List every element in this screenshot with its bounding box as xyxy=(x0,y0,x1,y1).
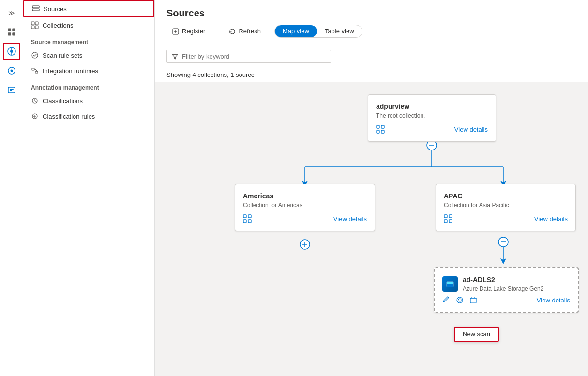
svg-rect-51 xyxy=(444,215,447,218)
svg-rect-17 xyxy=(35,22,38,25)
adls2-icon xyxy=(445,279,455,289)
sources-label: Sources xyxy=(44,5,67,13)
svg-rect-22 xyxy=(35,71,38,73)
apac-card: APAC Collection for Asia Pacific View de… xyxy=(436,184,576,231)
collection-count: Showing 4 collections, 1 source xyxy=(155,69,588,82)
icon-rail: ≫ xyxy=(0,0,23,376)
classification-rules-label: Classification rules xyxy=(43,113,95,120)
sidebar-item-scan-rule-sets[interactable]: Scan rule sets xyxy=(23,47,154,63)
svg-rect-57 xyxy=(447,284,453,287)
refresh-button[interactable]: Refresh xyxy=(223,25,267,38)
svg-rect-43 xyxy=(377,125,379,128)
svg-point-10 xyxy=(10,70,13,72)
new-scan-popup[interactable]: New scan xyxy=(454,327,499,342)
scan-rule-sets-icon xyxy=(31,51,39,59)
svg-point-36 xyxy=(427,140,437,150)
svg-rect-53 xyxy=(444,220,447,223)
root-card-footer: View details xyxy=(376,125,488,134)
filter-icon xyxy=(172,53,178,60)
svg-rect-14 xyxy=(32,6,39,8)
svg-rect-2 xyxy=(12,29,15,31)
svg-rect-13 xyxy=(10,90,12,91)
source-card-subtitle: Azure Data Lake Storage Gen2 xyxy=(463,286,543,292)
apac-card-grid-icon xyxy=(444,214,452,223)
management-nav-icon[interactable] xyxy=(3,81,20,99)
americas-card-footer: View details xyxy=(243,214,367,223)
svg-rect-4 xyxy=(12,32,15,35)
root-card-subtitle: The root collection. xyxy=(376,112,488,119)
svg-rect-12 xyxy=(10,89,14,90)
apac-card-title: APAC xyxy=(444,192,568,200)
svg-rect-11 xyxy=(8,87,15,93)
source-management-section: Source management xyxy=(23,33,154,47)
root-card-grid-icon xyxy=(376,125,385,134)
svg-rect-47 xyxy=(243,215,246,218)
svg-text:≫: ≫ xyxy=(8,10,15,16)
collections-icon xyxy=(31,21,39,29)
sidebar-item-collections[interactable]: Collections xyxy=(23,17,154,33)
integration-runtimes-icon xyxy=(31,67,39,75)
filter-input[interactable] xyxy=(182,53,326,60)
sidebar-item-integration-runtimes[interactable]: Integration runtimes xyxy=(23,63,154,78)
register-button[interactable]: Register xyxy=(166,25,211,38)
home-nav-icon[interactable] xyxy=(3,23,20,41)
expand-collapse-btn[interactable]: ≫ xyxy=(3,4,20,21)
source-view-details-link[interactable]: View details xyxy=(537,297,570,304)
register-icon xyxy=(172,28,179,35)
svg-point-41 xyxy=(498,237,508,247)
sources-icon xyxy=(32,5,40,13)
classification-rules-icon xyxy=(31,112,39,120)
edit-icon[interactable] xyxy=(442,296,450,304)
sidebar-item-classifications[interactable]: Classifications xyxy=(23,93,154,108)
refresh-icon xyxy=(229,28,236,35)
svg-rect-16 xyxy=(31,22,34,25)
classifications-icon xyxy=(31,97,39,105)
view-toggle: Map view Table view xyxy=(274,25,362,38)
svg-rect-48 xyxy=(248,215,251,218)
root-card: adpurview The root collection. View deta… xyxy=(368,94,496,142)
americas-card: Americas Collection for Americas View de… xyxy=(235,184,375,231)
insights-nav-icon[interactable] xyxy=(3,62,20,79)
svg-point-58 xyxy=(457,297,463,303)
collections-label: Collections xyxy=(43,22,74,29)
svg-rect-1 xyxy=(8,29,11,31)
source-card-footer: View details xyxy=(442,296,570,304)
integration-runtimes-label: Integration runtimes xyxy=(43,67,98,75)
svg-rect-15 xyxy=(32,9,39,11)
classifications-label: Classifications xyxy=(43,97,83,105)
map-view-button[interactable]: Map view xyxy=(275,25,317,37)
root-view-details-link[interactable]: View details xyxy=(454,126,488,133)
root-card-title: adpurview xyxy=(376,103,488,110)
sidebar-item-sources[interactable]: Sources xyxy=(23,0,154,17)
svg-rect-59 xyxy=(470,298,476,303)
americas-view-details-link[interactable]: View details xyxy=(333,215,367,223)
apac-card-subtitle: Collection for Asia Pacific xyxy=(444,202,568,209)
americas-card-grid-icon xyxy=(243,214,252,223)
americas-card-subtitle: Collection for Americas xyxy=(243,202,367,209)
scan-rule-sets-label: Scan rule sets xyxy=(43,52,82,59)
toolbar: Register Refresh Map view Table view xyxy=(166,25,576,44)
svg-point-20 xyxy=(32,52,38,58)
scan-icon[interactable] xyxy=(456,296,464,304)
svg-rect-46 xyxy=(381,130,384,133)
apac-view-details-link[interactable]: View details xyxy=(534,215,568,223)
table-view-button[interactable]: Table view xyxy=(317,25,362,37)
svg-rect-52 xyxy=(449,215,452,218)
svg-point-6 xyxy=(10,50,13,53)
svg-rect-18 xyxy=(31,26,34,29)
americas-card-title: Americas xyxy=(243,192,367,200)
sidebar-item-classification-rules[interactable]: Classification rules xyxy=(23,108,154,124)
svg-rect-3 xyxy=(8,32,11,35)
svg-rect-45 xyxy=(377,130,379,133)
sidebar: Sources Collections Source management Sc… xyxy=(23,0,155,376)
filter-bar xyxy=(155,44,588,69)
filter-input-wrap[interactable] xyxy=(166,50,331,63)
data-catalog-nav-icon[interactable] xyxy=(3,43,20,60)
toolbar-divider xyxy=(217,26,217,37)
delete-icon[interactable] xyxy=(469,296,477,304)
svg-point-38 xyxy=(300,240,310,249)
map-canvas: adpurview The root collection. View deta… xyxy=(155,82,588,376)
source-card: ad-ADLS2 Azure Data Lake Storage Gen2 xyxy=(434,267,579,313)
svg-rect-54 xyxy=(449,220,452,223)
annotation-management-section: Annotation management xyxy=(23,78,154,93)
